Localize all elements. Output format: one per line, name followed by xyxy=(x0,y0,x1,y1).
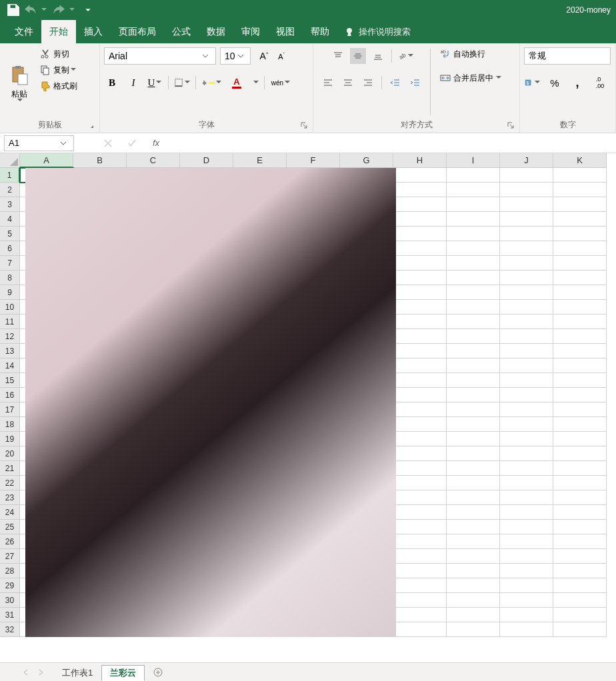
cell[interactable] xyxy=(447,315,500,329)
row-header-28[interactable]: 28 xyxy=(0,564,20,578)
column-header-F[interactable]: F xyxy=(287,153,340,168)
tab-insert[interactable]: 插入 xyxy=(76,20,111,43)
cell[interactable] xyxy=(393,227,447,241)
cell[interactable] xyxy=(553,285,607,300)
cell[interactable] xyxy=(500,446,553,461)
row-header-9[interactable]: 9 xyxy=(0,285,20,300)
row-header-18[interactable]: 18 xyxy=(0,417,20,432)
cell[interactable] xyxy=(447,490,500,505)
row-header-22[interactable]: 22 xyxy=(0,476,20,490)
cell[interactable] xyxy=(393,271,447,285)
row-header-11[interactable]: 11 xyxy=(0,315,20,329)
underline-button[interactable]: U xyxy=(147,75,163,91)
alignment-launcher[interactable] xyxy=(506,121,515,130)
formula-input[interactable] xyxy=(170,135,616,151)
row-header-17[interactable]: 17 xyxy=(0,402,20,417)
cell[interactable] xyxy=(447,578,500,593)
cell[interactable] xyxy=(553,578,607,593)
cell[interactable] xyxy=(500,329,553,344)
row-header-19[interactable]: 19 xyxy=(0,432,20,446)
tab-help[interactable]: 帮助 xyxy=(303,20,337,43)
cell[interactable] xyxy=(447,256,500,271)
cell[interactable] xyxy=(500,549,553,564)
select-all-corner[interactable] xyxy=(0,153,20,168)
cell[interactable] xyxy=(393,564,447,578)
cell[interactable] xyxy=(393,285,447,300)
cell[interactable] xyxy=(447,622,500,637)
cell[interactable] xyxy=(393,534,447,549)
cell[interactable] xyxy=(447,358,500,373)
cell[interactable] xyxy=(553,564,607,578)
cell[interactable] xyxy=(553,608,607,622)
row-header-30[interactable]: 30 xyxy=(0,593,20,608)
format-painter-button[interactable]: 格式刷 xyxy=(37,78,80,94)
sheet-nav-prev[interactable] xyxy=(20,666,32,678)
row-header-25[interactable]: 25 xyxy=(0,520,20,534)
cell[interactable] xyxy=(553,593,607,608)
cell[interactable] xyxy=(393,476,447,490)
merge-center-button[interactable]: 合并后居中 xyxy=(437,70,504,86)
cell[interactable] xyxy=(553,520,607,534)
cell[interactable] xyxy=(500,227,553,241)
column-header-D[interactable]: D xyxy=(180,153,233,168)
cell[interactable] xyxy=(500,402,553,417)
cell[interactable] xyxy=(500,197,553,212)
enter-formula-button[interactable] xyxy=(125,136,139,151)
qat-save[interactable] xyxy=(5,2,21,18)
row-header-15[interactable]: 15 xyxy=(0,373,20,388)
row-header-29[interactable]: 29 xyxy=(0,578,20,593)
cell[interactable] xyxy=(393,505,447,520)
comma-button[interactable]: , xyxy=(569,75,585,91)
cell[interactable] xyxy=(500,461,553,476)
cell[interactable] xyxy=(500,183,553,197)
cell[interactable] xyxy=(447,549,500,564)
cell[interactable] xyxy=(553,329,607,344)
row-header-31[interactable]: 31 xyxy=(0,608,20,622)
cell[interactable] xyxy=(393,549,447,564)
italic-button[interactable]: I xyxy=(125,75,141,91)
increase-font-button[interactable]: A^ xyxy=(256,48,272,64)
cell[interactable] xyxy=(500,315,553,329)
cell[interactable] xyxy=(447,285,500,300)
cell[interactable] xyxy=(500,241,553,256)
align-center-button[interactable] xyxy=(340,75,356,91)
cell[interactable] xyxy=(393,168,447,183)
tab-page-layout[interactable]: 页面布局 xyxy=(111,20,164,43)
cell[interactable] xyxy=(500,212,553,227)
cell[interactable] xyxy=(500,256,553,271)
row-header-8[interactable]: 8 xyxy=(0,271,20,285)
font-launcher[interactable] xyxy=(299,121,309,130)
cell[interactable] xyxy=(553,241,607,256)
cut-button[interactable]: 剪切 xyxy=(37,46,72,62)
cell[interactable] xyxy=(553,490,607,505)
row-header-1[interactable]: 1 xyxy=(0,168,20,183)
cell[interactable] xyxy=(447,183,500,197)
cell[interactable] xyxy=(553,197,607,212)
cell[interactable] xyxy=(553,358,607,373)
tab-home[interactable]: 开始 xyxy=(41,20,76,43)
cell[interactable] xyxy=(553,315,607,329)
cell[interactable] xyxy=(553,373,607,388)
font-color-dropdown-icon[interactable] xyxy=(253,81,259,86)
increase-decimal-button[interactable]: .0.00 xyxy=(592,75,608,91)
align-right-button[interactable] xyxy=(360,75,376,91)
cell[interactable] xyxy=(500,271,553,285)
row-header-16[interactable]: 16 xyxy=(0,388,20,402)
column-header-G[interactable]: G xyxy=(340,153,393,168)
insert-function-button[interactable]: fx xyxy=(149,136,163,151)
column-header-E[interactable]: E xyxy=(233,153,287,168)
cell[interactable] xyxy=(553,388,607,402)
cell[interactable] xyxy=(553,271,607,285)
cell[interactable] xyxy=(500,432,553,446)
cell[interactable] xyxy=(393,490,447,505)
row-header-26[interactable]: 26 xyxy=(0,534,20,549)
row-header-21[interactable]: 21 xyxy=(0,461,20,476)
sheet-tab-1[interactable]: 兰彩云 xyxy=(101,665,145,681)
cell[interactable] xyxy=(447,534,500,549)
font-size-combo[interactable]: 10 xyxy=(220,47,251,65)
cell[interactable] xyxy=(553,534,607,549)
cell[interactable] xyxy=(393,388,447,402)
tab-data[interactable]: 数据 xyxy=(199,20,233,43)
phonetic-button[interactable]: wén xyxy=(270,75,291,91)
cancel-formula-button[interactable] xyxy=(101,136,115,151)
